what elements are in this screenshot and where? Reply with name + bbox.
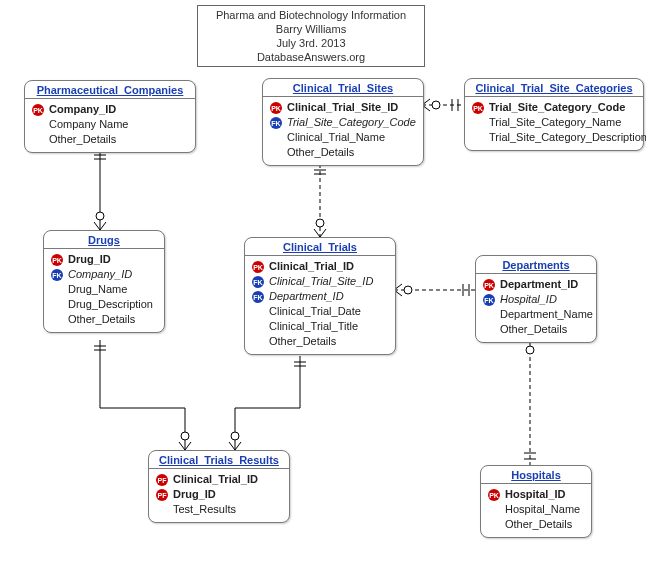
svg-text:FK: FK [52,272,61,279]
attribute-name: Hospital_Name [505,502,580,517]
entity-body: PKDepartment_IDFKHospital_IDDepartment_N… [476,274,596,342]
entity-title: Pharmaceutical_Companies [25,81,195,99]
svg-point-39 [231,432,239,440]
attribute-name: Test_Results [173,502,236,517]
blank-icon [50,298,64,312]
diagram-title-box: Pharma and Biotechnology Information Bar… [197,5,425,67]
attribute-row: FKHospital_ID [482,292,590,307]
svg-text:PK: PK [473,105,483,112]
attribute-row: PKDrug_ID [50,252,158,267]
blank-icon [471,116,485,130]
attribute-row: PFDrug_ID [155,487,283,502]
attribute-name: Hospital_ID [500,292,557,307]
attribute-name: Company_ID [68,267,132,282]
svg-line-38 [235,442,241,450]
attribute-row: Hospital_Name [487,502,585,517]
pk-key-icon: PK [487,488,501,502]
blank-icon [31,133,45,147]
attribute-name: Company_ID [49,102,116,117]
attribute-row: Clinical_Trial_Title [251,319,389,334]
entity-body: PKTrial_Site_Category_CodeTrial_Site_Cat… [465,97,643,150]
svg-point-31 [181,432,189,440]
blank-icon [482,323,496,337]
attribute-row: Other_Details [269,145,417,160]
attribute-name: Clinical_Trial_Site_ID [287,100,398,115]
attribute-name: Trial_Site_Category_Description [489,130,646,145]
attribute-row: PKTrial_Site_Category_Code [471,100,637,115]
attribute-row: Company Name [31,117,189,132]
svg-text:PK: PK [253,264,263,271]
entity-title: Departments [476,256,596,274]
svg-text:PK: PK [52,257,62,264]
fk-key-icon: FK [269,116,283,130]
svg-text:PK: PK [271,105,281,112]
attribute-name: Drug_Description [68,297,153,312]
svg-point-5 [96,212,104,220]
fk-key-icon: FK [50,268,64,282]
entity-pharmaceutical-companies: Pharmaceutical_Companies PKCompany_IDCom… [24,80,196,153]
entity-body: PKClinical_Trial_Site_IDFKTrial_Site_Cat… [263,97,423,165]
attribute-row: PKHospital_ID [487,487,585,502]
svg-text:FK: FK [484,297,493,304]
svg-text:PK: PK [33,107,43,114]
attribute-row: FKCompany_ID [50,267,158,282]
fk-key-icon: FK [251,290,265,304]
pk-key-icon: PK [482,278,496,292]
blank-icon [251,305,265,319]
blank-icon [50,313,64,327]
entity-title: Drugs [44,231,164,249]
attribute-name: Other_Details [269,334,336,349]
attribute-row: PKDepartment_ID [482,277,590,292]
attribute-name: Department_ID [500,277,578,292]
svg-text:FK: FK [253,279,262,286]
blank-icon [251,320,265,334]
attribute-name: Drug_ID [68,252,111,267]
attribute-name: Other_Details [49,132,116,147]
entity-body: PKClinical_Trial_IDFKClinical_Trial_Site… [245,256,395,354]
svg-line-4 [100,222,106,230]
title-line-3: July 3rd. 2013 [206,36,416,50]
entity-clinical-trial-sites: Clinical_Trial_Sites PKClinical_Trial_Si… [262,78,424,166]
entity-body: PKDrug_IDFKCompany_IDDrug_NameDrug_Descr… [44,249,164,332]
attribute-name: Trial_Site_Category_Code [287,115,416,130]
pk-key-icon: PK [31,103,45,117]
attribute-name: Clinical_Trial_Site_ID [269,274,373,289]
svg-line-15 [314,229,320,237]
attribute-name: Drug_Name [68,282,127,297]
attribute-row: Clinical_Trial_Name [269,130,417,145]
blank-icon [487,503,501,517]
attribute-row: FKDepartment_ID [251,289,389,304]
svg-line-37 [229,442,235,450]
blank-icon [155,503,169,517]
attribute-row: Other_Details [31,132,189,147]
entity-hospitals: Hospitals PKHospital_IDHospital_NameOthe… [480,465,592,538]
svg-text:PF: PF [158,492,168,499]
svg-point-9 [432,101,440,109]
attribute-name: Other_Details [505,517,572,532]
attribute-row: Other_Details [50,312,158,327]
attribute-name: Department_Name [500,307,593,322]
blank-icon [269,146,283,160]
attribute-row: Trial_Site_Category_Name [471,115,637,130]
attribute-row: PKClinical_Trial_Site_ID [269,100,417,115]
entity-body: PKHospital_IDHospital_NameOther_Details [481,484,591,537]
attribute-name: Clinical_Trial_ID [269,259,354,274]
attribute-name: Hospital_ID [505,487,566,502]
attribute-row: Test_Results [155,502,283,517]
attribute-row: PKCompany_ID [31,102,189,117]
attribute-row: FKClinical_Trial_Site_ID [251,274,389,289]
attribute-row: Other_Details [251,334,389,349]
title-line-4: DatabaseAnswers.org [206,50,416,64]
attribute-row: Other_Details [487,517,585,532]
blank-icon [471,131,485,145]
blank-icon [251,335,265,349]
attribute-row: Clinical_Trial_Date [251,304,389,319]
svg-point-17 [316,219,324,227]
attribute-name: Department_ID [269,289,344,304]
pk-key-icon: PK [251,260,265,274]
svg-point-21 [404,286,412,294]
entity-site-categories: Clinical_Trial_Site_Categories PKTrial_S… [464,78,644,151]
attribute-row: Other_Details [482,322,590,337]
fk-key-icon: FK [251,275,265,289]
svg-text:PK: PK [484,282,494,289]
